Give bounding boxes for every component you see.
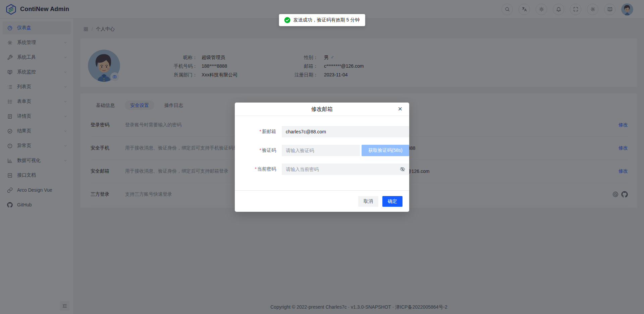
current-password-row: *当前密码 [241, 164, 409, 175]
verify-code-row: *验证码 获取验证码(58s) [241, 145, 409, 156]
success-toast: 发送成功，验证码有效期 5 分钟 [279, 14, 365, 26]
modal-title: 修改邮箱 [235, 103, 409, 116]
get-verify-code-button[interactable]: 获取验证码(58s) [362, 145, 409, 156]
eye-invisible-icon[interactable] [399, 166, 406, 173]
required-asterisk: * [255, 166, 257, 172]
close-icon[interactable]: ✕ [396, 103, 405, 116]
verify-code-input[interactable] [282, 145, 360, 156]
new-email-label: 新邮箱 [262, 129, 276, 134]
current-password-label: 当前密码 [257, 166, 276, 172]
cancel-button[interactable]: 取消 [358, 196, 378, 207]
success-check-icon [284, 17, 290, 23]
verify-code-label: 验证码 [262, 147, 276, 153]
toast-text: 发送成功，验证码有效期 5 分钟 [293, 17, 360, 23]
current-password-input[interactable] [282, 164, 409, 175]
new-email-input[interactable] [282, 126, 409, 137]
required-asterisk: * [260, 147, 261, 153]
change-email-modal: 修改邮箱 ✕ *新邮箱 *验证码 获取验证码(58s) *当前密码 取消 确定 [235, 103, 409, 212]
new-email-row: *新邮箱 [241, 126, 409, 137]
confirm-button[interactable]: 确定 [382, 196, 402, 207]
required-asterisk: * [260, 129, 261, 134]
